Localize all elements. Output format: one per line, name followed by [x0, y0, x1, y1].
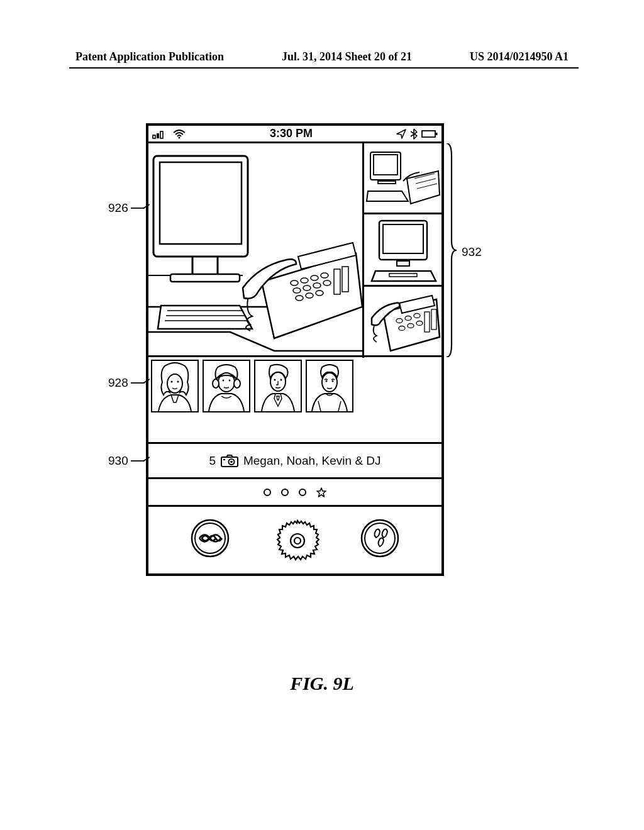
status-bar: 3:30 PM — [148, 126, 441, 143]
svg-point-46 — [213, 379, 219, 388]
status-left — [152, 129, 186, 139]
camera-icon — [221, 455, 238, 467]
svg-point-14 — [303, 285, 311, 290]
person-2[interactable] — [203, 360, 250, 412]
callout-926: 926 — [108, 201, 150, 215]
battery-icon — [421, 130, 438, 138]
callout-930: 930 — [108, 454, 150, 468]
svg-rect-23 — [374, 155, 397, 175]
svg-point-13 — [293, 288, 301, 293]
device-frame: 3:30 PM — [146, 123, 444, 576]
pager-row — [148, 479, 441, 507]
svg-point-49 — [274, 379, 276, 381]
thumbnail-3[interactable] — [362, 287, 441, 358]
caption-text: Megan, Noah, Kevin & DJ — [243, 454, 381, 468]
figure-label: FIG. 9L — [0, 673, 644, 694]
wifi-icon — [172, 129, 186, 139]
person-3[interactable] — [254, 360, 302, 412]
svg-point-40 — [167, 374, 182, 393]
callout-928: 928 — [108, 376, 150, 390]
pager-dot-3[interactable] — [299, 489, 306, 496]
svg-point-35 — [399, 326, 405, 331]
svg-point-37 — [416, 321, 423, 326]
svg-rect-57 — [223, 459, 225, 460]
photo-area — [148, 143, 441, 357]
svg-point-50 — [280, 379, 282, 381]
caption-row: 5 Megan, Noah, Kevin & DJ — [148, 444, 441, 479]
svg-point-56 — [230, 460, 233, 463]
shutter-button[interactable] — [275, 519, 314, 558]
svg-rect-1 — [157, 133, 159, 138]
bluetooth-icon — [410, 128, 418, 140]
header-rule — [69, 67, 579, 69]
svg-rect-2 — [160, 131, 163, 138]
svg-point-16 — [323, 280, 331, 285]
header-left: Patent Application Publication — [75, 50, 224, 64]
main-photo[interactable] — [148, 143, 362, 355]
svg-rect-5 — [436, 133, 438, 135]
pager-dot-1[interactable] — [264, 489, 271, 496]
svg-rect-20 — [334, 269, 340, 294]
svg-rect-38 — [425, 312, 430, 332]
svg-point-47 — [234, 379, 240, 388]
svg-point-34 — [414, 314, 420, 318]
signal-icon — [152, 129, 169, 139]
svg-rect-4 — [422, 131, 435, 137]
svg-point-11 — [311, 275, 318, 280]
svg-point-17 — [296, 296, 303, 301]
controls-row — [148, 507, 441, 570]
svg-rect-39 — [431, 309, 436, 329]
people-row — [148, 357, 441, 444]
person-1[interactable] — [151, 360, 199, 412]
svg-point-12 — [321, 273, 328, 278]
svg-rect-31 — [389, 274, 417, 277]
location-icon — [396, 129, 406, 139]
svg-point-44 — [223, 380, 225, 382]
svg-point-18 — [306, 293, 313, 298]
svg-rect-30 — [397, 261, 409, 266]
callout-932: 932 — [459, 245, 482, 259]
thumbnail-strip — [362, 143, 441, 355]
status-right — [396, 128, 438, 140]
photo-count: 5 — [209, 454, 216, 468]
header-right: US 2014/0214950 A1 — [470, 50, 569, 64]
svg-rect-29 — [383, 224, 423, 253]
svg-point-3 — [179, 136, 180, 138]
svg-point-10 — [301, 278, 308, 283]
svg-rect-54 — [221, 457, 238, 467]
settings-infinity-button[interactable] — [191, 519, 230, 558]
svg-rect-7 — [160, 162, 242, 244]
pager-star-icon[interactable] — [316, 487, 326, 497]
status-time: 3:30 PM — [186, 127, 396, 140]
svg-point-19 — [316, 290, 323, 296]
svg-point-52 — [326, 380, 328, 382]
svg-rect-24 — [378, 181, 396, 184]
brace-932 — [444, 143, 457, 357]
svg-point-42 — [177, 381, 179, 383]
svg-point-9 — [291, 280, 298, 285]
svg-rect-0 — [153, 135, 155, 138]
person-4[interactable] — [306, 360, 353, 412]
svg-point-53 — [332, 380, 334, 382]
thumbnail-2[interactable] — [362, 214, 441, 287]
filters-button[interactable] — [360, 519, 399, 558]
svg-point-32 — [396, 319, 402, 323]
svg-point-45 — [229, 380, 231, 382]
pager-dot-2[interactable] — [281, 489, 289, 496]
svg-rect-21 — [342, 267, 348, 292]
svg-point-33 — [405, 316, 411, 321]
page-header: Patent Application Publication Jul. 31, … — [0, 50, 644, 64]
header-center: Jul. 31, 2014 Sheet 20 of 21 — [282, 50, 412, 64]
svg-rect-8 — [170, 274, 240, 282]
svg-point-36 — [408, 324, 414, 328]
svg-point-15 — [313, 283, 321, 288]
svg-point-41 — [171, 381, 173, 383]
thumbnail-1[interactable] — [362, 143, 441, 214]
